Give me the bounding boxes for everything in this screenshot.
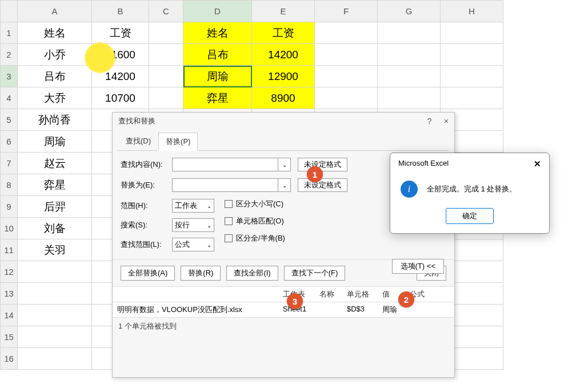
row-header-9[interactable]: 9 <box>1 196 18 218</box>
cell-D2[interactable]: 吕布 <box>183 44 252 66</box>
cell-A8[interactable]: 弈星 <box>18 174 92 196</box>
row-header-3[interactable]: 3 <box>1 66 18 87</box>
cell-F3[interactable] <box>315 66 378 87</box>
replace-all-button[interactable]: 全部替换(A) <box>121 266 175 281</box>
row-header-1[interactable]: 1 <box>1 22 18 44</box>
cell-A11[interactable]: 关羽 <box>18 239 92 261</box>
cell-E1[interactable]: 工资 <box>252 22 315 44</box>
col-header-E[interactable]: E <box>252 1 315 22</box>
options-toggle-button[interactable]: 选项(T) << <box>392 259 444 274</box>
cell-B4[interactable]: 10700 <box>92 87 149 109</box>
chevron-down-icon: ⌄ <box>207 242 211 248</box>
cell-A5[interactable]: 孙尚香 <box>18 109 92 131</box>
dialog-title: 查找和替换 <box>118 116 155 126</box>
cell-G3[interactable] <box>378 66 441 87</box>
search-label: 搜索(S): <box>121 220 172 230</box>
row-header-4[interactable]: 4 <box>1 87 18 109</box>
row-header-5[interactable]: 5 <box>1 109 18 131</box>
cell-A12[interactable] <box>18 261 92 283</box>
cell-A16[interactable] <box>18 348 92 370</box>
msgbox: Microsoft Excel ✕ i 全部完成。完成 1 处替换。 确定 <box>390 153 550 234</box>
annotation-badge-2: 2 <box>398 291 414 307</box>
row-header-12[interactable]: 12 <box>1 261 18 283</box>
cell-H3[interactable] <box>441 66 503 87</box>
row-header-11[interactable]: 11 <box>1 239 18 261</box>
replace-dropdown-icon[interactable]: ⌄ <box>278 178 291 192</box>
info-icon: i <box>401 181 418 198</box>
select-all-corner[interactable] <box>1 1 18 22</box>
col-header-D[interactable]: D <box>183 1 252 22</box>
cell-A14[interactable] <box>18 305 92 326</box>
replace-input[interactable] <box>172 178 278 192</box>
cell-A1[interactable]: 姓名 <box>18 22 92 44</box>
row-header-15[interactable]: 15 <box>1 326 18 348</box>
cell-H4[interactable] <box>441 87 503 109</box>
results-col-name: 名称 <box>319 289 347 299</box>
row-header-16[interactable]: 16 <box>1 348 18 370</box>
tab-find[interactable]: 查找(D) <box>118 132 158 150</box>
scope-select[interactable]: 工作表⌄ <box>172 199 214 213</box>
find-dropdown-icon[interactable]: ⌄ <box>278 158 291 171</box>
col-header-H[interactable]: H <box>441 1 503 22</box>
cell-C3[interactable] <box>149 66 183 87</box>
cell-H2[interactable] <box>441 44 503 66</box>
replace-button[interactable]: 替换(R) <box>181 266 221 281</box>
cell-E3[interactable]: 12900 <box>252 66 315 87</box>
cell-G2[interactable] <box>378 44 441 66</box>
msgbox-ok-button[interactable]: 确定 <box>446 208 494 224</box>
status-text: 1 个单元格被找到 <box>113 317 454 335</box>
find-input[interactable] <box>172 158 278 171</box>
replace-format-button[interactable]: 未设定格式 <box>298 178 347 192</box>
cell-C4[interactable] <box>149 87 183 109</box>
row-header-8[interactable]: 8 <box>1 174 18 196</box>
cell-D3[interactable]: 周瑜 <box>183 66 252 87</box>
cell-D4[interactable]: 弈星 <box>183 87 252 109</box>
col-header-A[interactable]: A <box>18 1 92 22</box>
col-header-C[interactable]: C <box>149 1 183 22</box>
checkbox-match-entire[interactable]: 单元格匹配(O) <box>225 216 285 226</box>
cell-A7[interactable]: 赵云 <box>18 153 92 174</box>
row-header-14[interactable]: 14 <box>1 305 18 326</box>
cell-A2[interactable]: 小乔 <box>18 44 92 66</box>
cell-E4[interactable]: 8900 <box>252 87 315 109</box>
cell-A3[interactable]: 吕布 <box>18 66 92 87</box>
cell-A15[interactable] <box>18 326 92 348</box>
find-all-button[interactable]: 查找全部(I) <box>226 266 278 281</box>
row-header-2[interactable]: 2 <box>1 44 18 66</box>
annotation-badge-3: 3 <box>287 293 303 309</box>
row-header-7[interactable]: 7 <box>1 153 18 174</box>
cell-B1[interactable]: 工资 <box>92 22 149 44</box>
row-header-10[interactable]: 10 <box>1 218 18 239</box>
cell-C1[interactable] <box>149 22 183 44</box>
cell-D1[interactable]: 姓名 <box>183 22 252 44</box>
col-header-B[interactable]: B <box>92 1 149 22</box>
checkbox-match-case[interactable]: 区分大小写(C) <box>225 199 285 209</box>
help-icon[interactable]: ? <box>427 117 431 126</box>
checkbox-match-byte[interactable]: 区分全/半角(B) <box>225 233 285 243</box>
row-header-13[interactable]: 13 <box>1 283 18 305</box>
row-header-6[interactable]: 6 <box>1 131 18 153</box>
col-header-F[interactable]: F <box>315 1 378 22</box>
msgbox-title: Microsoft Excel <box>398 159 449 169</box>
cell-A6[interactable]: 周瑜 <box>18 131 92 153</box>
cell-F1[interactable] <box>315 22 378 44</box>
find-format-button[interactable]: 未设定格式 <box>298 158 347 171</box>
cell-A4[interactable]: 大乔 <box>18 87 92 109</box>
tab-replace[interactable]: 替换(P) <box>158 133 198 151</box>
cell-A13[interactable] <box>18 283 92 305</box>
lookin-select[interactable]: 公式⌄ <box>172 238 214 251</box>
col-header-G[interactable]: G <box>378 1 441 22</box>
cell-G4[interactable] <box>378 87 441 109</box>
cell-A9[interactable]: 后羿 <box>18 196 92 218</box>
cell-F4[interactable] <box>315 87 378 109</box>
cell-C2[interactable] <box>149 44 183 66</box>
cell-E2[interactable]: 14200 <box>252 44 315 66</box>
cell-G1[interactable] <box>378 22 441 44</box>
cell-A10[interactable]: 刘备 <box>18 218 92 239</box>
msgbox-close-icon[interactable]: ✕ <box>534 159 541 169</box>
cell-F2[interactable] <box>315 44 378 66</box>
close-icon[interactable]: × <box>444 117 449 126</box>
search-select[interactable]: 按行⌄ <box>172 218 214 232</box>
cell-H1[interactable] <box>441 22 503 44</box>
find-next-button[interactable]: 查找下一个(F) <box>284 266 346 281</box>
